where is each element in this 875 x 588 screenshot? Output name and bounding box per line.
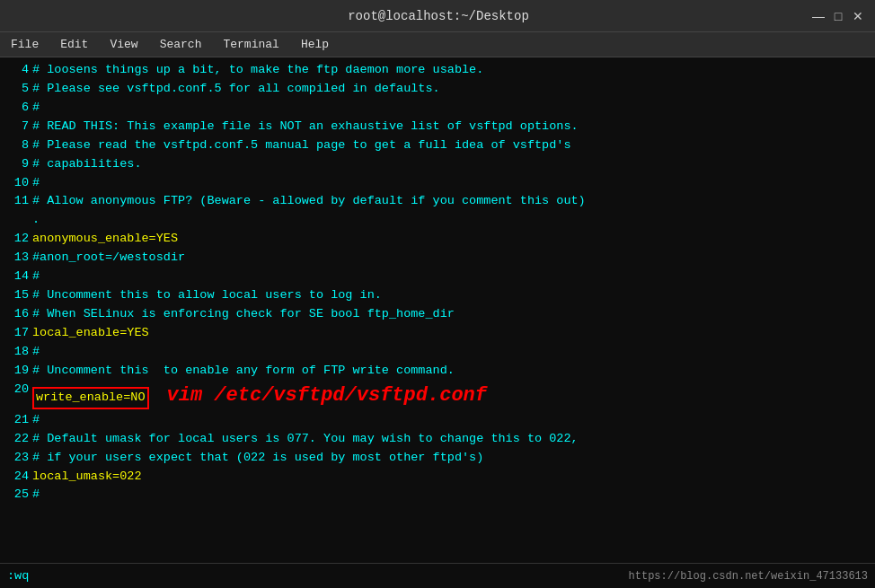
terminal-line: 21#: [7, 411, 875, 430]
minimize-button[interactable]: —: [812, 10, 825, 22]
terminal-line: 15# Uncomment this to allow local users …: [7, 286, 875, 305]
menu-file[interactable]: File: [7, 36, 42, 53]
line-content: .: [32, 211, 40, 230]
terminal-line: .: [7, 211, 875, 230]
line-number: 13: [7, 249, 32, 268]
line-content: # loosens things up a bit, to make the f…: [32, 61, 483, 80]
terminal-line: 8# Please read the vsftpd.conf.5 manual …: [7, 136, 875, 155]
terminal-line: 10#: [7, 174, 875, 193]
line-number: 14: [7, 268, 32, 286]
terminal-line: 17local_enable=YES: [7, 324, 875, 343]
menu-bar: File Edit View Search Terminal Help: [0, 32, 875, 57]
terminal-line: 22# Default umask for local users is 077…: [7, 430, 875, 449]
line-number: 19: [7, 362, 32, 381]
line-number: 21: [7, 411, 32, 430]
terminal-line: 11# Allow anonymous FTP? (Beware - allow…: [7, 192, 875, 211]
terminal-line: 13#anon_root=/westosdir: [7, 249, 875, 268]
line-number: 11: [7, 192, 32, 211]
line-content-highlight: write_enable=NOvim /etc/vsftpd/vsftpd.co…: [32, 381, 487, 411]
line-number: 10: [7, 174, 32, 193]
terminal-line: 25#: [7, 486, 875, 505]
line-number: 9: [7, 155, 32, 174]
line-content: # Uncomment this to enable any form of F…: [32, 362, 455, 381]
line-number: 12: [7, 230, 32, 249]
terminal-line: 7# READ THIS: This example file is NOT a…: [7, 118, 875, 136]
line-content: #: [32, 174, 40, 193]
line-content: local_umask=022: [32, 468, 142, 487]
menu-help[interactable]: Help: [297, 36, 332, 53]
terminal-line: 14#: [7, 268, 875, 286]
line-content: # Please see vsftpd.conf.5 for all compi…: [32, 80, 440, 99]
terminal-line: 12anonymous_enable=YES: [7, 230, 875, 249]
menu-edit[interactable]: Edit: [57, 36, 92, 53]
line-number: 23: [7, 449, 32, 468]
line-number: 24: [7, 468, 32, 487]
line-number: 16: [7, 305, 32, 324]
line-number: 8: [7, 136, 32, 155]
line-content: #: [32, 268, 40, 286]
line-number: 15: [7, 286, 32, 305]
menu-terminal[interactable]: Terminal: [219, 36, 282, 53]
maximize-button[interactable]: □: [832, 10, 844, 22]
line-content: # if your users expect that (022 is used…: [32, 449, 483, 468]
line-content: # capabilities.: [32, 155, 142, 174]
line-number: 4: [7, 61, 32, 80]
line-number: 6: [7, 99, 32, 118]
line-content: # Please read the vsftpd.conf.5 manual p…: [32, 136, 571, 155]
window-title: root@localhost:~/Desktop: [65, 9, 812, 23]
line-content: #: [32, 411, 40, 430]
window-controls[interactable]: — □ ✕: [812, 10, 864, 22]
line-content: #anon_root=/westosdir: [32, 249, 185, 268]
url-attribution: https://blog.csdn.net/weixin_47133613: [629, 570, 868, 583]
highlighted-text: write_enable=NO: [32, 387, 149, 409]
line-content: # When SELinux is enforcing check for SE…: [32, 305, 455, 324]
line-number: 7: [7, 118, 32, 136]
line-number: 25: [7, 486, 32, 505]
terminal-line: 20write_enable=NOvim /etc/vsftpd/vsftpd.…: [7, 381, 875, 411]
line-number: 22: [7, 430, 32, 449]
line-content: # Allow anonymous FTP? (Beware - allowed…: [32, 192, 586, 211]
terminal-line: 9# capabilities.: [7, 155, 875, 174]
line-content: #: [32, 486, 40, 505]
terminal-line: 4# loosens things up a bit, to make the …: [7, 61, 875, 80]
status-bar: :wq https://blog.csdn.net/weixin_4713361…: [0, 563, 875, 588]
line-number: 20: [7, 381, 32, 411]
terminal-line: 5# Please see vsftpd.conf.5 for all comp…: [7, 80, 875, 99]
menu-view[interactable]: View: [106, 36, 141, 53]
terminal-line: 24local_umask=022: [7, 468, 875, 487]
terminal-line: 6#: [7, 99, 875, 118]
line-content: anonymous_enable=YES: [32, 230, 178, 249]
vim-annotation: vim /etc/vsftpd/vsftpd.conf: [167, 384, 487, 407]
terminal-line: 16# When SELinux is enforcing check for …: [7, 305, 875, 324]
title-bar: root@localhost:~/Desktop — □ ✕: [0, 0, 875, 32]
menu-search[interactable]: Search: [156, 36, 206, 53]
line-content: # READ THIS: This example file is NOT an…: [32, 118, 579, 136]
line-number: 17: [7, 324, 32, 343]
close-button[interactable]: ✕: [852, 10, 864, 22]
line-content: # Default umask for local users is 077. …: [32, 430, 579, 449]
line-content: #: [32, 343, 40, 362]
vim-command: :wq: [7, 569, 29, 583]
terminal-body: 4# loosens things up a bit, to make the …: [0, 57, 875, 563]
terminal-line: 19# Uncomment this to enable any form of…: [7, 362, 875, 381]
terminal-line: 23# if your users expect that (022 is us…: [7, 449, 875, 468]
line-number: 18: [7, 343, 32, 362]
line-content: # Uncomment this to allow local users to…: [32, 286, 382, 305]
line-content: local_enable=YES: [32, 324, 149, 343]
terminal-line: 18#: [7, 343, 875, 362]
line-content: #: [32, 99, 40, 118]
line-number: [7, 211, 32, 230]
line-number: 5: [7, 80, 32, 99]
